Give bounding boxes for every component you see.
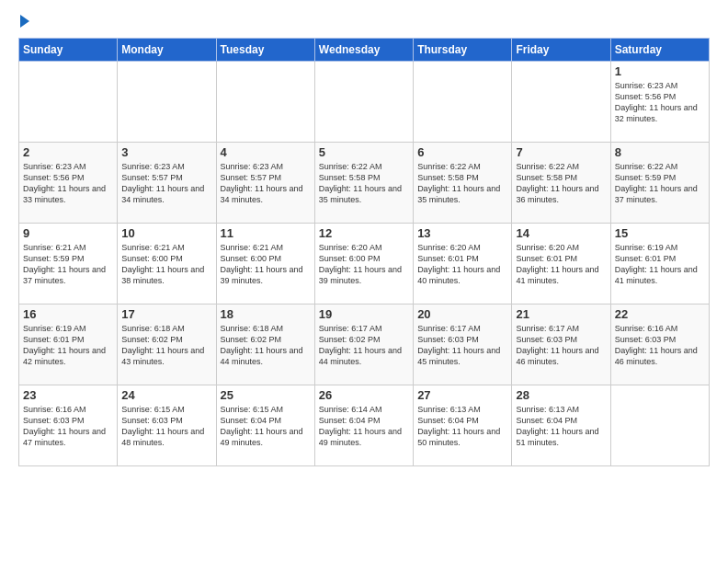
calendar-week-row: 23Sunrise: 6:16 AM Sunset: 6:03 PM Dayli… — [19, 385, 710, 466]
calendar-cell — [314, 62, 413, 143]
day-number: 20 — [417, 307, 507, 321]
calendar-cell: 11Sunrise: 6:21 AM Sunset: 6:00 PM Dayli… — [216, 224, 314, 304]
day-info: Sunrise: 6:21 AM Sunset: 6:00 PM Dayligh… — [221, 242, 311, 287]
day-info: Sunrise: 6:22 AM Sunset: 5:59 PM Dayligh… — [615, 161, 705, 206]
day-number: 5 — [319, 145, 409, 159]
calendar-week-row: 9Sunrise: 6:21 AM Sunset: 5:59 PM Daylig… — [19, 224, 710, 304]
calendar-header-saturday: Saturday — [610, 39, 709, 62]
calendar-cell: 8Sunrise: 6:22 AM Sunset: 5:59 PM Daylig… — [610, 143, 709, 224]
day-number: 24 — [121, 388, 211, 402]
day-info: Sunrise: 6:16 AM Sunset: 6:03 PM Dayligh… — [23, 404, 113, 449]
calendar-cell: 28Sunrise: 6:13 AM Sunset: 6:04 PM Dayli… — [512, 385, 610, 466]
day-number: 17 — [121, 307, 211, 321]
calendar-cell: 17Sunrise: 6:18 AM Sunset: 6:02 PM Dayli… — [118, 304, 216, 385]
logo-triangle-icon — [20, 15, 29, 28]
calendar-cell — [610, 385, 709, 466]
calendar-cell — [512, 62, 610, 143]
calendar-cell: 24Sunrise: 6:15 AM Sunset: 6:03 PM Dayli… — [118, 385, 216, 466]
day-info: Sunrise: 6:13 AM Sunset: 6:04 PM Dayligh… — [516, 404, 606, 449]
day-number: 21 — [516, 307, 606, 321]
day-number: 22 — [615, 307, 705, 321]
calendar-header-wednesday: Wednesday — [314, 39, 413, 62]
calendar-cell — [216, 62, 314, 143]
day-number: 11 — [221, 226, 311, 240]
day-info: Sunrise: 6:22 AM Sunset: 5:58 PM Dayligh… — [417, 161, 507, 206]
calendar-cell — [19, 62, 118, 143]
calendar-cell: 14Sunrise: 6:20 AM Sunset: 6:01 PM Dayli… — [512, 224, 610, 304]
day-info: Sunrise: 6:19 AM Sunset: 6:01 PM Dayligh… — [23, 323, 113, 368]
calendar-cell — [118, 62, 216, 143]
day-info: Sunrise: 6:15 AM Sunset: 6:03 PM Dayligh… — [121, 404, 211, 449]
day-number: 13 — [417, 226, 507, 240]
day-info: Sunrise: 6:21 AM Sunset: 5:59 PM Dayligh… — [23, 242, 113, 287]
calendar-cell: 9Sunrise: 6:21 AM Sunset: 5:59 PM Daylig… — [19, 224, 118, 304]
calendar-cell: 15Sunrise: 6:19 AM Sunset: 6:01 PM Dayli… — [610, 224, 709, 304]
calendar-table: SundayMondayTuesdayWednesdayThursdayFrid… — [18, 38, 710, 466]
day-number: 2 — [23, 145, 113, 159]
calendar-cell: 3Sunrise: 6:23 AM Sunset: 5:57 PM Daylig… — [118, 143, 216, 224]
page: SundayMondayTuesdayWednesdayThursdayFrid… — [0, 0, 728, 481]
day-info: Sunrise: 6:18 AM Sunset: 6:02 PM Dayligh… — [121, 323, 211, 368]
calendar-cell: 19Sunrise: 6:17 AM Sunset: 6:02 PM Dayli… — [314, 304, 413, 385]
day-number: 8 — [615, 145, 705, 159]
day-number: 7 — [516, 145, 606, 159]
day-info: Sunrise: 6:20 AM Sunset: 6:01 PM Dayligh… — [516, 242, 606, 287]
day-info: Sunrise: 6:14 AM Sunset: 6:04 PM Dayligh… — [319, 404, 409, 449]
calendar-cell: 7Sunrise: 6:22 AM Sunset: 5:58 PM Daylig… — [512, 143, 610, 224]
logo — [18, 15, 29, 30]
calendar-cell: 21Sunrise: 6:17 AM Sunset: 6:03 PM Dayli… — [512, 304, 610, 385]
calendar-cell: 5Sunrise: 6:22 AM Sunset: 5:58 PM Daylig… — [314, 143, 413, 224]
day-number: 1 — [615, 64, 705, 78]
calendar-week-row: 1Sunrise: 6:23 AM Sunset: 5:56 PM Daylig… — [19, 62, 710, 143]
calendar-header-sunday: Sunday — [19, 39, 118, 62]
day-number: 12 — [319, 226, 409, 240]
calendar-cell: 10Sunrise: 6:21 AM Sunset: 6:00 PM Dayli… — [118, 224, 216, 304]
calendar-cell: 13Sunrise: 6:20 AM Sunset: 6:01 PM Dayli… — [414, 224, 512, 304]
day-info: Sunrise: 6:17 AM Sunset: 6:02 PM Dayligh… — [319, 323, 409, 368]
day-number: 10 — [121, 226, 211, 240]
day-info: Sunrise: 6:23 AM Sunset: 5:56 PM Dayligh… — [23, 161, 113, 206]
calendar-cell: 18Sunrise: 6:18 AM Sunset: 6:02 PM Dayli… — [216, 304, 314, 385]
day-info: Sunrise: 6:23 AM Sunset: 5:57 PM Dayligh… — [121, 161, 211, 206]
calendar-week-row: 2Sunrise: 6:23 AM Sunset: 5:56 PM Daylig… — [19, 143, 710, 224]
calendar-cell: 2Sunrise: 6:23 AM Sunset: 5:56 PM Daylig… — [19, 143, 118, 224]
calendar-cell: 6Sunrise: 6:22 AM Sunset: 5:58 PM Daylig… — [414, 143, 512, 224]
day-number: 19 — [319, 307, 409, 321]
day-info: Sunrise: 6:13 AM Sunset: 6:04 PM Dayligh… — [417, 404, 507, 449]
calendar-cell: 1Sunrise: 6:23 AM Sunset: 5:56 PM Daylig… — [610, 62, 709, 143]
calendar-cell: 12Sunrise: 6:20 AM Sunset: 6:00 PM Dayli… — [314, 224, 413, 304]
calendar-cell: 16Sunrise: 6:19 AM Sunset: 6:01 PM Dayli… — [19, 304, 118, 385]
calendar-cell: 27Sunrise: 6:13 AM Sunset: 6:04 PM Dayli… — [414, 385, 512, 466]
day-info: Sunrise: 6:19 AM Sunset: 6:01 PM Dayligh… — [615, 242, 705, 287]
day-number: 27 — [417, 388, 507, 402]
day-number: 9 — [23, 226, 113, 240]
day-number: 18 — [221, 307, 311, 321]
day-number: 14 — [516, 226, 606, 240]
calendar-cell — [414, 62, 512, 143]
header — [18, 15, 710, 30]
logo-text — [18, 15, 29, 30]
calendar-header-tuesday: Tuesday — [216, 39, 314, 62]
day-number: 4 — [221, 145, 311, 159]
day-number: 26 — [319, 388, 409, 402]
day-number: 23 — [23, 388, 113, 402]
day-info: Sunrise: 6:17 AM Sunset: 6:03 PM Dayligh… — [417, 323, 507, 368]
day-number: 3 — [121, 145, 211, 159]
day-info: Sunrise: 6:21 AM Sunset: 6:00 PM Dayligh… — [121, 242, 211, 287]
calendar-cell: 26Sunrise: 6:14 AM Sunset: 6:04 PM Dayli… — [314, 385, 413, 466]
day-info: Sunrise: 6:22 AM Sunset: 5:58 PM Dayligh… — [319, 161, 409, 206]
day-number: 6 — [417, 145, 507, 159]
day-info: Sunrise: 6:16 AM Sunset: 6:03 PM Dayligh… — [615, 323, 705, 368]
day-info: Sunrise: 6:18 AM Sunset: 6:02 PM Dayligh… — [221, 323, 311, 368]
day-info: Sunrise: 6:23 AM Sunset: 5:56 PM Dayligh… — [615, 80, 705, 125]
calendar-header-row: SundayMondayTuesdayWednesdayThursdayFrid… — [19, 39, 710, 62]
day-info: Sunrise: 6:20 AM Sunset: 6:01 PM Dayligh… — [417, 242, 507, 287]
day-number: 28 — [516, 388, 606, 402]
calendar-week-row: 16Sunrise: 6:19 AM Sunset: 6:01 PM Dayli… — [19, 304, 710, 385]
day-info: Sunrise: 6:17 AM Sunset: 6:03 PM Dayligh… — [516, 323, 606, 368]
day-number: 15 — [615, 226, 705, 240]
calendar-header-friday: Friday — [512, 39, 610, 62]
calendar-header-thursday: Thursday — [414, 39, 512, 62]
calendar-cell: 4Sunrise: 6:23 AM Sunset: 5:57 PM Daylig… — [216, 143, 314, 224]
calendar-cell: 20Sunrise: 6:17 AM Sunset: 6:03 PM Dayli… — [414, 304, 512, 385]
